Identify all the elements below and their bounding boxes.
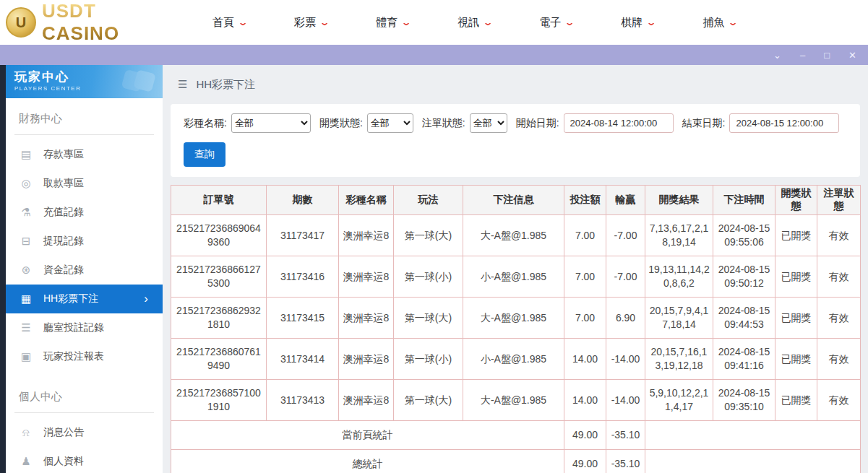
end-date-input[interactable]: [729, 113, 839, 133]
sidebar-item[interactable]: ▤ 存款專區 ›: [6, 140, 163, 169]
table-cell: 7.00: [564, 256, 606, 298]
table-cell: 大-A盤@1.985: [463, 380, 564, 421]
nav-item-label: 體育: [376, 16, 398, 30]
draw-status-select[interactable]: 全部: [367, 113, 413, 133]
window-close-button[interactable]: ✕: [848, 51, 856, 60]
window-minimize-button[interactable]: –: [800, 51, 805, 60]
nav-menu: 首頁 ⌄ 彩票 ⌄ 體育 ⌄ 視訊 ⌄ 電子 ⌄ 棋牌 ⌄ 捕魚 ⌄: [189, 16, 760, 30]
table-cell: 14.00: [564, 339, 606, 380]
page-title: HH彩票下注: [196, 78, 255, 92]
sidebar-item-label: 存款專區: [43, 148, 84, 161]
start-date-input[interactable]: [564, 113, 674, 133]
table-cell: 澳洲幸运8: [339, 339, 394, 380]
window-maximize-button[interactable]: □: [824, 51, 830, 60]
coin-icon: U: [6, 7, 36, 38]
lottery-select[interactable]: 全部: [231, 113, 311, 133]
table-footer: 當前頁統計49.00-35.10總統計49.00-35.10: [171, 421, 861, 473]
column-header: 期數: [267, 186, 339, 215]
table-cell: 有效: [817, 298, 861, 339]
table-cell: 已開獎: [775, 298, 817, 339]
nav-item-label: 捕魚: [702, 16, 724, 30]
table-cell: 31173416: [267, 256, 339, 298]
chevron-down-icon: ⌄: [728, 17, 739, 27]
window-chevron-button[interactable]: ⌄: [773, 51, 781, 60]
sidebar-item[interactable]: ◎ 取款專區 ›: [6, 169, 163, 198]
table-cell: 第一球(小): [394, 339, 463, 380]
table-cell: 2024-08-15 09:41:16: [713, 339, 775, 380]
table-cell: -14.00: [606, 380, 645, 421]
table-cell: 有效: [817, 256, 861, 298]
draw-status-label: 開獎狀態:: [319, 117, 363, 130]
summary-empty-cell: [645, 449, 861, 473]
summary-label: 當前頁統計: [171, 421, 564, 450]
nav-item[interactable]: 棋牌 ⌄: [597, 16, 679, 30]
table-cell: 31173415: [267, 298, 339, 339]
table-cell: 2152172368571001910: [171, 380, 267, 421]
nav-item[interactable]: 彩票 ⌄: [270, 16, 352, 30]
table-cell: 澳洲幸运8: [339, 215, 394, 256]
table-cell: 7.00: [564, 298, 606, 339]
table-cell: 第一球(大): [394, 298, 463, 339]
column-header: 下注時間: [713, 186, 775, 215]
bets-table: 訂單號期數彩種名稱玩法下注信息投注額輸贏開獎結果下注時間開獎狀態注單狀態 215…: [171, 185, 861, 473]
sidebar-subtitle: PLAYERS CENTER: [14, 85, 154, 92]
order-status-select[interactable]: 全部: [470, 113, 507, 133]
coin-letter: U: [16, 14, 26, 31]
profile-icon: ♟: [20, 455, 32, 468]
table-row: 215217236857100191031173413澳洲幸运8第一球(大)大-…: [171, 380, 861, 421]
table-cell: 第一球(小): [394, 256, 463, 298]
window-titlebar[interactable]: ⌄ – □ ✕: [0, 45, 868, 65]
logo-text: USDT CASINO: [42, 0, 168, 45]
chevron-down-icon: ⌄: [237, 17, 248, 27]
table-cell: 31173413: [267, 380, 339, 421]
sidebar-item-label: 消息公告: [43, 426, 84, 439]
summary-bet-total: 49.00: [564, 449, 606, 473]
funds-record-icon: ⊛: [20, 264, 32, 277]
sidebar-item[interactable]: ⍾ 消息公告 ›: [6, 418, 163, 447]
table-cell: 2024-08-15 09:55:06: [713, 215, 775, 256]
nav-item[interactable]: 捕魚 ⌄: [679, 16, 760, 30]
sidebar-header: 玩家中心 PLAYERS CENTER: [6, 65, 163, 98]
sidebar-item[interactable]: ♟ 個人資料 ›: [6, 447, 163, 473]
nav-item-label: 棋牌: [621, 16, 643, 30]
sidebar-item[interactable]: ▣ 玩家投注報表 ›: [6, 342, 163, 371]
logo[interactable]: U USDT CASINO: [6, 0, 168, 45]
table-cell: 20,15,7,9,4,17,18,14: [645, 298, 713, 339]
sidebar-item[interactable]: ⊛ 資金記錄 ›: [6, 256, 163, 285]
nav-item-label: 視訊: [457, 16, 479, 30]
summary-winloss-total: -35.10: [606, 421, 645, 450]
table-row: 215217236869064936031173417澳洲幸运8第一球(大)大-…: [171, 215, 861, 256]
filter-row: 彩種名稱: 全部 開獎狀態: 全部 注單狀態: 全: [184, 113, 847, 133]
search-button[interactable]: 查詢: [184, 142, 225, 167]
table-cell: 19,13,11,14,20,8,6,2: [645, 256, 713, 298]
sidebar-item-label: 廳室投註記錄: [43, 321, 104, 334]
bell-icon: ⍾: [20, 426, 32, 439]
nav-item-label: 首頁: [212, 16, 234, 30]
table-cell: 14.00: [564, 380, 606, 421]
hamburger-icon[interactable]: ☰: [178, 78, 187, 91]
sidebar-item[interactable]: ☰ 廳室投註記錄 ›: [6, 313, 163, 342]
table-cell: 2024-08-15 09:35:10: [713, 380, 775, 421]
main-content: ☰ HH彩票下注 彩種名稱: 全部 開獎狀態: 全部: [163, 65, 868, 473]
lottery-filter-group: 彩種名稱: 全部: [184, 113, 311, 133]
table-cell: 7.00: [564, 215, 606, 256]
order-status-filter-group: 注單狀態: 全部: [422, 113, 507, 133]
table-cell: 2024-08-15 09:50:12: [713, 256, 775, 298]
bets-table-wrap: 訂單號期數彩種名稱玩法下注信息投注額輸贏開獎結果下注時間開獎狀態注單狀態 215…: [171, 185, 860, 473]
cashout-record-icon: ⊟: [20, 235, 32, 248]
sidebar-section-heading: 財務中心: [14, 108, 154, 135]
sidebar-item[interactable]: ▦ HH彩票下注 ›: [6, 285, 163, 313]
bet-report-icon: ▣: [20, 350, 32, 363]
column-header: 投注額: [564, 186, 606, 215]
table-row: 215217236860761949031173414澳洲幸运8第一球(小)小-…: [171, 339, 861, 380]
sidebar-item[interactable]: ⊟ 提現記錄 ›: [6, 227, 163, 256]
sidebar-item[interactable]: ⚗ 充值記錄 ›: [6, 198, 163, 227]
table-cell: -7.00: [606, 256, 645, 298]
nav-item[interactable]: 視訊 ⌄: [434, 16, 515, 30]
nav-item[interactable]: 首頁 ⌄: [189, 16, 270, 30]
end-date-label: 結束日期:: [682, 117, 726, 130]
column-header: 開獎結果: [645, 186, 713, 215]
nav-item[interactable]: 電子 ⌄: [515, 16, 597, 30]
nav-item[interactable]: 體育 ⌄: [352, 16, 434, 30]
order-status-label: 注單狀態:: [422, 117, 465, 130]
